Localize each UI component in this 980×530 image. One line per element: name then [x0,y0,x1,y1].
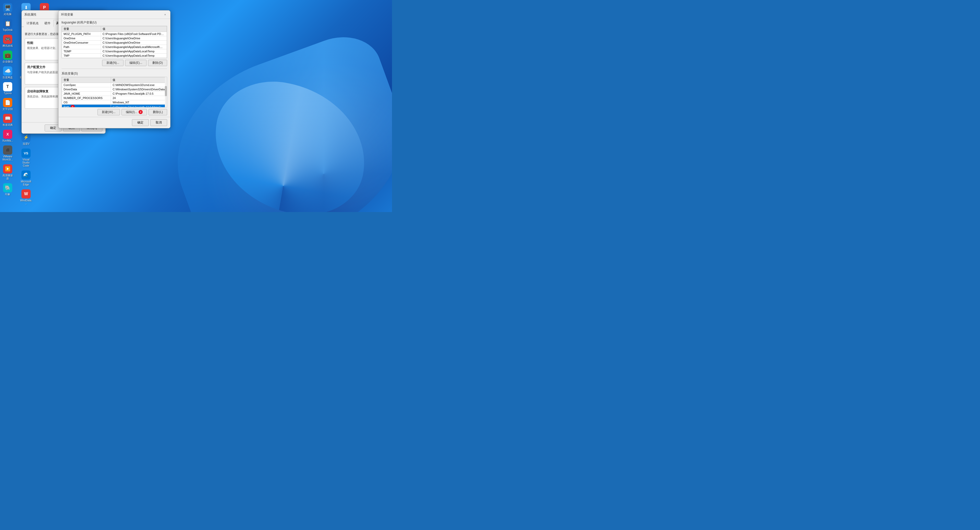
sys-var-key: OS [62,100,111,105]
sys-vars-col-key: 变量 [62,77,111,83]
sys-var-value: C:\Windows\System32\Drivers\DriverData [111,87,167,92]
user-delete-btn[interactable]: 删除(D) [148,60,167,66]
desktop-icon-baidu[interactable]: ☁️ 百度网盘 [1,65,14,80]
sys-var-key: DriverData [62,87,111,92]
baidu-icon: ☁️ [3,66,12,76]
user-var-value: C:\Users\liuguanglei\OneDrive [101,41,167,45]
sys-new-btn[interactable]: 新建(W)... [97,109,120,115]
user-var-row-tmp[interactable]: TMP C:\Users\liuguanglei\AppData\Local\T… [62,54,167,58]
icon-label: 有道词典 [3,124,13,127]
sysprops-title: 系统属性 [24,13,37,17]
vmware-icon: ⬛ [3,145,12,154]
user-var-key: MOZ_PLUGIN_PATH [62,32,101,36]
sys-var-value: C:\Program Files\Java\jdk-17.0.5 [111,92,167,96]
desktop-icon-winddata[interactable]: W WindData... [19,188,33,206]
user-vars-col-key: 变量 [62,26,101,32]
user-var-key: TEMP [62,49,101,54]
sys-var-value: Windows_NT [111,100,167,105]
winddata-icon: W [21,189,30,199]
sys-var-key: NUMBER_OF_PROCESSORS [62,96,111,100]
sys-var-row-os[interactable]: OS Windows_NT [62,100,167,105]
sys-var-value: C:\WINDOWS\system32\cmd.exe [111,83,167,87]
sys-edit-btn[interactable]: 编辑(I)... 2 [121,109,147,115]
sys-var-row-numprocessors[interactable]: NUMBER_OF_PROCESSORS 24 [62,96,167,100]
computer-icon: 🖥️ [3,3,12,12]
icon-label: 腾讯游戏 [3,45,13,48]
icon-label: 高清播放器 [2,174,14,180]
user-var-value: C:\Users\liuguanglei\AppData\Local\Temp [101,54,167,58]
user-var-key: TMP [62,54,101,58]
sys-vars-scrollbar[interactable] [165,77,167,107]
desktop-icon-ocr[interactable]: 📄 文字识别 [1,97,14,112]
envvars-titlebar: 环境变量 × [59,10,170,19]
sys-var-value: C:\Program Files\Java\jdk-17.0.5\bin;C:\… [111,105,167,108]
desktop-icon-topdesk[interactable]: 📋 TopDesk [1,18,14,33]
typora-icon: T [3,82,12,91]
desktop-icon-yinxiang[interactable]: 🐘 印象 [1,182,14,197]
hd-player-icon: ▶️ [3,164,12,173]
user-var-key: OneDrive [62,36,101,41]
path-badge-1: 1 [71,105,75,107]
desktop-icon-wxwork[interactable]: 💼 企业微信 [1,49,14,64]
user-var-value: C:\Users\liuguanglei\OneDrive [101,36,167,41]
sys-vars-scrollbar-thumb [165,86,167,96]
desktop-icon-xl[interactable]: ⚡ 迅雷V [19,132,33,146]
user-vars-table-container: 变量 值 MOZ_PLUGIN_PATH C:\Program Files (x… [62,26,167,58]
youdao-icon: 📖 [3,114,12,123]
desktop-icon-youdao[interactable]: 📖 有道词典 [1,113,14,127]
wxwork-icon: 💼 [3,51,12,60]
sys-var-key: Path 1 [62,105,111,108]
edit-badge: 2 [138,110,143,114]
user-var-row-onedrive[interactable]: OneDrive C:\Users\liuguanglei\OneDrive [62,36,167,41]
icon-label: XuniMa... [2,139,13,142]
vscode-icon: VS [21,148,30,158]
envvars-window: 环境变量 × liuguanglei 的用户变量(U) 变量 值 MOZ_PLU… [58,10,170,128]
user-vars-btns: 新建(N)... 编辑(E)... 删除(D) [59,58,170,68]
sys-vars-col-value: 值 [111,77,167,83]
icon-label: TopDesk [3,29,13,32]
envvars-close-btn[interactable]: × [162,12,168,17]
sys-var-row-path[interactable]: Path 1 C:\Program Files\Java\jdk-17.0.5\… [62,105,167,108]
desktop-icon-vscode[interactable]: VS Visual Studio Code [19,148,33,169]
icon-label: 迅雷V [23,142,30,145]
env-separator [62,68,167,69]
icon-label: 百度网盘 [3,76,13,79]
desktop-icon-hd-player[interactable]: ▶️ 高清播放器 [1,163,14,181]
user-var-value: C:\Users\liuguanglei\AppData\Local\Micro… [101,45,167,49]
user-var-key: Path [62,45,101,49]
desktop-icon-tengxun[interactable]: 🎮 腾讯游戏 [1,34,14,48]
sys-var-row-driverdata[interactable]: DriverData C:\Windows\System32\Drivers\D… [62,87,167,92]
sys-var-row-comspec[interactable]: ComSpec C:\WINDOWS\system32\cmd.exe [62,83,167,87]
envvars-cancel-btn[interactable]: 取消 [150,119,167,126]
topdesk-icon: 📋 [3,19,12,28]
user-var-value: C:\Program Files (x86)\Foxit Software\Fo… [101,32,167,36]
tengxun-icon: 🎮 [3,35,12,44]
tab-hardware[interactable]: 硬件 [41,20,53,27]
user-edit-btn[interactable]: 编辑(E)... [125,60,146,66]
user-var-row-onedriveconsumer[interactable]: OneDriveConsumer C:\Users\liuguanglei\On… [62,41,167,45]
envvars-title: 环境变量 [61,13,73,17]
icon-label: 此电脑 [4,13,11,16]
icon-label: Typora [4,92,12,95]
icon-label: VMware WorkSt... [2,155,14,161]
desktop-icon-edge[interactable]: 🌊 Microsoft Edge [19,169,33,187]
user-var-row-moz[interactable]: MOZ_PLUGIN_PATH C:\Program Files (x86)\F… [62,32,167,36]
desktop-icon-computer[interactable]: 🖥️ 此电脑 [1,2,14,17]
desktop-icon-typora[interactable]: T Typora [1,81,14,96]
tab-computer-name[interactable]: 计算机名 [24,20,41,27]
user-var-row-path[interactable]: Path C:\Users\liuguanglei\AppData\Local\… [62,45,167,49]
desktop-icon-xunima[interactable]: X XuniMa... [1,129,14,143]
sys-var-row-javahome[interactable]: JAVA_HOME C:\Program Files\Java\jdk-17.0… [62,92,167,96]
envvars-ok-btn[interactable]: 确定 [132,119,149,126]
desktop-icon-vmware[interactable]: ⬛ VMware WorkSt... [1,145,14,162]
user-var-row-temp[interactable]: TEMP C:\Users\liuguanglei\AppData\Local\… [62,49,167,54]
user-new-btn[interactable]: 新建(N)... [102,60,124,66]
user-var-value: C:\Users\liuguanglei\AppData\Local\Temp [101,49,167,54]
icon-label: Visual Studio Code [20,158,32,167]
sys-delete-btn[interactable]: 删除(L) [148,109,167,115]
user-vars-table: 变量 值 MOZ_PLUGIN_PATH C:\Program Files (x… [62,26,167,58]
sys-vars-table: 变量 值 ComSpec C:\WINDOWS\system32\cmd.exe… [62,77,167,107]
envvars-controls: × [162,12,168,17]
edge-icon: 🌊 [21,170,30,180]
icon-label: 印象 [5,193,10,196]
